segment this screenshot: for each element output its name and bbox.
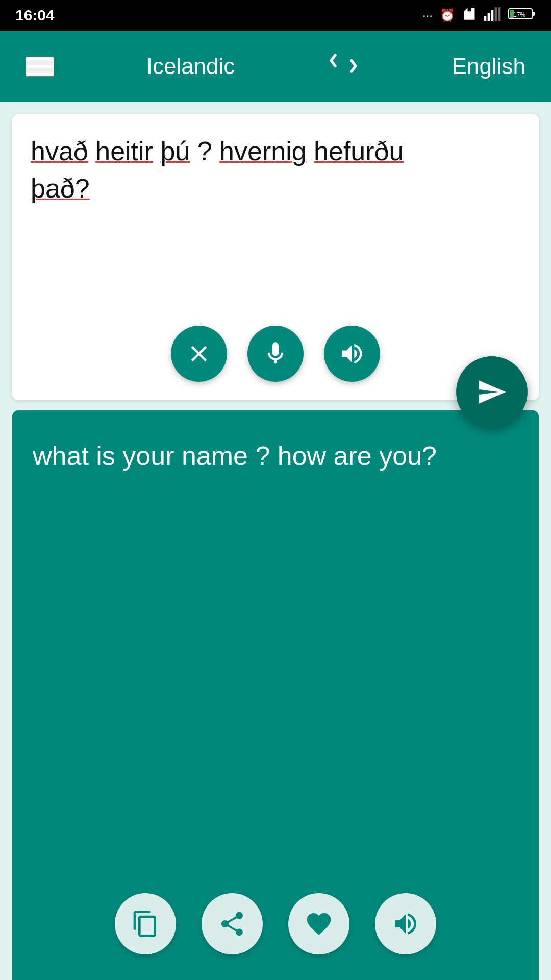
- source-text[interactable]: hvað heitir þú ? hvernig hefurðu það?: [31, 133, 520, 207]
- speak-translation-button[interactable]: [375, 893, 436, 954]
- svg-rect-6: [532, 12, 535, 16]
- translated-text: what is your name ? how are you?: [33, 436, 518, 476]
- translated-actions: [115, 893, 436, 954]
- speak-source-button[interactable]: [324, 326, 380, 382]
- microphone-button[interactable]: [247, 326, 304, 382]
- favorite-button[interactable]: [288, 893, 349, 954]
- content-area: hvað heitir þú ? hvernig hefurðu það?: [0, 102, 551, 980]
- word-það: það?: [31, 174, 90, 203]
- status-time: 16:04: [15, 7, 55, 24]
- target-language-label[interactable]: English: [452, 54, 525, 79]
- toolbar: Icelandic English: [0, 31, 551, 102]
- battery-icon: 17%: [508, 7, 536, 24]
- copy-button[interactable]: [115, 893, 176, 954]
- svg-text:17%: 17%: [513, 11, 525, 18]
- dots-icon: ···: [422, 8, 433, 22]
- sim-icon: [462, 7, 477, 24]
- translate-button[interactable]: [456, 356, 528, 428]
- swap-languages-button[interactable]: [327, 50, 360, 84]
- translated-panel: what is your name ? how are you?: [12, 410, 539, 980]
- svg-rect-0: [484, 16, 487, 21]
- alarm-icon: ⏰: [440, 8, 455, 22]
- share-button[interactable]: [202, 893, 263, 954]
- source-wrapper: hvað heitir þú ? hvernig hefurðu það?: [0, 102, 551, 400]
- word-hefurðu: hefurðu: [314, 136, 404, 166]
- status-bar: 16:04 ··· ⏰ 17%: [0, 0, 551, 31]
- svg-rect-3: [495, 7, 497, 21]
- clear-button[interactable]: [171, 326, 227, 382]
- status-icons: ··· ⏰ 17%: [422, 7, 536, 24]
- word-hvernig: hvernig: [219, 136, 307, 166]
- svg-rect-1: [488, 13, 490, 21]
- source-panel: hvað heitir þú ? hvernig hefurðu það?: [12, 114, 539, 400]
- menu-button[interactable]: [26, 57, 54, 77]
- signal-icon: [484, 7, 501, 24]
- svg-rect-2: [491, 10, 494, 21]
- source-actions: [171, 326, 380, 382]
- word-þú: þú: [160, 136, 190, 166]
- source-language-label[interactable]: Icelandic: [146, 54, 235, 79]
- word-hvad: hvað: [31, 136, 88, 166]
- svg-rect-4: [498, 7, 501, 21]
- word-heitir: heitir: [95, 136, 153, 166]
